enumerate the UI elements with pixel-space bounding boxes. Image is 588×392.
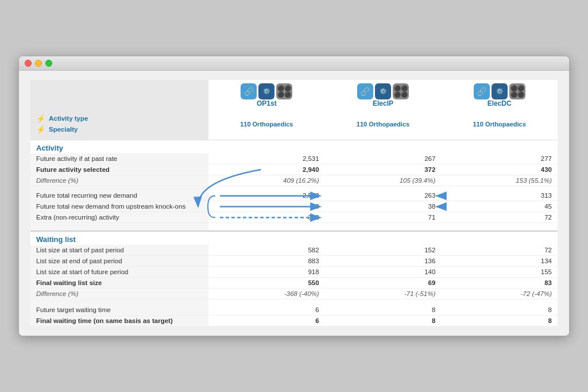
activity-type-label: Activity type — [49, 115, 88, 122]
op1st-list-start-future: 918 — [208, 266, 325, 277]
row-future-activity-selected: Future activity selected 2,940 372 430 — [30, 164, 558, 175]
row-extra-activity: Extra (non-recurring) activity 368 71 72 — [30, 212, 558, 223]
activity-type-icon: ⚡ — [36, 114, 45, 123]
subheader-row: ⚡ Activity type ⚡ Specialty 110 Orthopae… — [30, 111, 558, 140]
row-future-target-wt: Future target waiting time 6 8 8 — [30, 305, 558, 316]
spacer-left — [30, 186, 208, 190]
elecip-icon-1: 🔗 — [357, 83, 373, 99]
row-label-future-target-wt: Future target waiting time — [30, 305, 208, 316]
maximize-button[interactable] — [45, 60, 52, 67]
elecip-list-end-past: 136 — [325, 255, 442, 266]
elecdc-label: ElecDC — [447, 99, 552, 107]
row-label-future-activity: Future activity selected — [30, 164, 208, 175]
op1st-final-wt: 6 — [208, 316, 325, 326]
elecip-label: ElecIP — [331, 99, 436, 107]
op1st-sublabel: 110 Orthopaedics — [208, 111, 325, 140]
op1st-future-past-rate: 2,531 — [208, 153, 325, 164]
op1st-icon-3: ⚫⚫⚫⚫ — [276, 83, 292, 99]
elecdc-extra: 72 — [441, 212, 558, 223]
op1st-extra: 368 — [208, 212, 325, 223]
elecip-recurring: 263 — [325, 190, 442, 201]
elecdc-final-waiting-list: 83 — [441, 277, 558, 288]
col-elecdc-icons: 🔗 ⚙️ ⚫⚫⚫⚫ ElecDC — [441, 80, 558, 111]
op1st-recurring: 2,572 — [208, 190, 325, 201]
elecip-final-waiting-list: 69 — [325, 277, 442, 288]
spacer3-right — [208, 299, 558, 305]
row-label-knockon: Future total new demand from upstream kn… — [30, 201, 208, 212]
elecdc-icon-group: 🔗 ⚙️ ⚫⚫⚫⚫ — [447, 83, 552, 99]
titlebar — [19, 56, 569, 71]
specialty-icon: ⚡ — [36, 125, 45, 134]
row-label-list-start-future: List size at start of future period — [30, 266, 208, 277]
main-table: 🔗 ⚙️ ⚫⚫⚫⚫ OP1st 🔗 ⚙️ ⚫⚫⚫⚫ ElecIP — [30, 80, 558, 327]
spacer-right — [208, 186, 558, 190]
row-label-final-waiting-list: Final waiting list size — [30, 277, 208, 288]
content-area: 🔗 ⚙️ ⚫⚫⚫⚫ OP1st 🔗 ⚙️ ⚫⚫⚫⚫ ElecIP — [19, 71, 569, 336]
row-recurring-demand: Future total recurring new demand 2,572 … — [30, 190, 558, 201]
minimize-button[interactable] — [35, 60, 42, 67]
elecdc-icon-2: ⚙️ — [492, 83, 508, 99]
elecip-future-target-wt: 8 — [325, 305, 442, 316]
col-elecip-icons: 🔗 ⚙️ ⚫⚫⚫⚫ ElecIP — [325, 80, 442, 111]
op1st-difference: 409 (16.2%) — [208, 175, 325, 186]
filter-area: ⚡ Activity type ⚡ Specialty — [30, 111, 208, 140]
op1st-icon-group: 🔗 ⚙️ ⚫⚫⚫⚫ — [214, 83, 319, 99]
elecdc-icon-3: ⚫⚫⚫⚫ — [509, 83, 525, 99]
row-label-list-start-past: List size at start of past period — [30, 245, 208, 256]
elecdc-knockon: 45 — [441, 201, 558, 212]
op1st-future-activity: 2,940 — [208, 164, 325, 175]
elecdc-list-start-future: 155 — [441, 266, 558, 277]
row-label-future-past-rate: Future activity if at past rate — [30, 153, 208, 164]
elecip-list-start-future: 140 — [325, 266, 442, 277]
op1st-wl-difference: -368 (-40%) — [208, 288, 325, 299]
op1st-final-waiting-list: 550 — [208, 277, 325, 288]
elecdc-sublabel: 110 Orthopaedics — [441, 111, 558, 140]
activity-section-header: Activity — [30, 140, 558, 153]
elecip-extra: 71 — [325, 212, 442, 223]
spacer-2 — [30, 223, 558, 231]
elecip-icon-group: 🔗 ⚙️ ⚫⚫⚫⚫ — [331, 83, 436, 99]
spacer-3 — [30, 299, 558, 305]
elecdc-wl-difference: -72 (-47%) — [441, 288, 558, 299]
icon-header-row: 🔗 ⚙️ ⚫⚫⚫⚫ OP1st 🔗 ⚙️ ⚫⚫⚫⚫ ElecIP — [30, 80, 558, 111]
elecdc-final-wt: 8 — [441, 316, 558, 326]
elecip-sublabel: 110 Orthopaedics — [325, 111, 442, 140]
elecdc-difference: 153 (55.1%) — [441, 175, 558, 186]
specialty-label: Specialty — [49, 126, 78, 133]
col-op1st-icons: 🔗 ⚙️ ⚫⚫⚫⚫ OP1st — [208, 80, 325, 111]
elecdc-icon-1: 🔗 — [474, 83, 490, 99]
row-final-waiting-list: Final waiting list size 550 69 83 — [30, 277, 558, 288]
op1st-label: OP1st — [214, 99, 319, 107]
elecip-wl-difference: -71 (-51%) — [325, 288, 442, 299]
op1st-list-end-past: 883 — [208, 255, 325, 266]
row-difference-pct: Difference (%) 409 (16.2%) 105 (39.4%) 1… — [30, 175, 558, 186]
elecip-final-wt: 8 — [325, 316, 442, 326]
elecip-future-past-rate: 267 — [325, 153, 442, 164]
main-window: 🔗 ⚙️ ⚫⚫⚫⚫ OP1st 🔗 ⚙️ ⚫⚫⚫⚫ ElecIP — [18, 56, 570, 337]
row-list-end-past: List size at end of past period 883 136 … — [30, 255, 558, 266]
op1st-icon-1: 🔗 — [241, 83, 257, 99]
spacer-1 — [30, 186, 558, 190]
op1st-future-target-wt: 6 — [208, 305, 325, 316]
elecdc-list-end-past: 134 — [441, 255, 558, 266]
row-label-final-wt: Final waiting time (on same basis as tar… — [30, 316, 208, 326]
elecdc-future-target-wt: 8 — [441, 305, 558, 316]
row-label-extra: Extra (non-recurring) activity — [30, 212, 208, 223]
row-label-list-end-past: List size at end of past period — [30, 255, 208, 266]
elecip-difference: 105 (39.4%) — [325, 175, 442, 186]
spacer3-left — [30, 299, 208, 305]
spacer2-right — [208, 223, 558, 231]
row-label-recurring: Future total recurring new demand — [30, 190, 208, 201]
row-knockon-demand: Future total new demand from upstream kn… — [30, 201, 558, 212]
row-list-start-future: List size at start of future period 918 … — [30, 266, 558, 277]
op1st-icon-2: ⚙️ — [258, 83, 274, 99]
close-button[interactable] — [25, 60, 32, 67]
activity-type-filter[interactable]: ⚡ Activity type — [36, 113, 203, 124]
elecdc-recurring: 313 — [441, 190, 558, 201]
op1st-list-start-past: 582 — [208, 245, 325, 256]
specialty-filter[interactable]: ⚡ Specialty — [36, 124, 203, 135]
elecip-icon-2: ⚙️ — [375, 83, 391, 99]
elecdc-future-past-rate: 277 — [441, 153, 558, 164]
activity-title: Activity — [30, 140, 558, 153]
elecip-knockon: 38 — [325, 201, 442, 212]
